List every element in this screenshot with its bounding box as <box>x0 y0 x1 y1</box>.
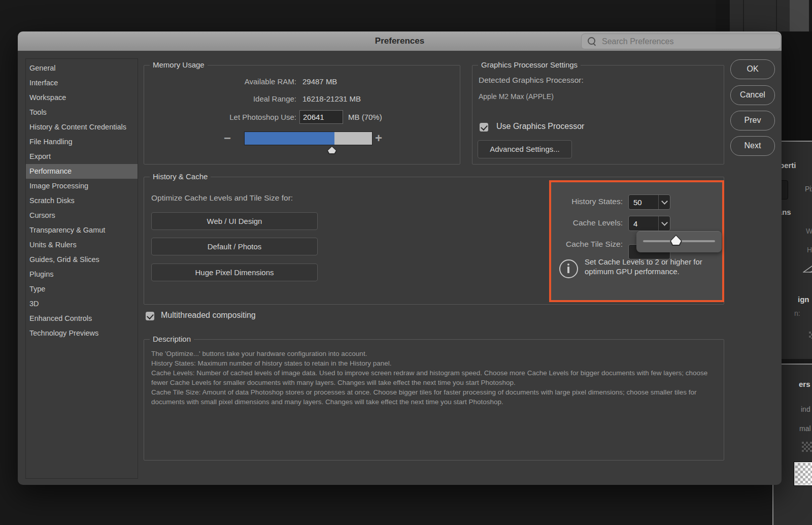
sidebar-item-history-content-credentials[interactable]: History & Content Credentials <box>26 120 138 135</box>
properties-panel-title: berti <box>780 161 796 170</box>
ideal-range-value: 16218-21231 MB <box>302 93 361 105</box>
align-icon[interactable] <box>809 332 812 339</box>
description-group: Description The 'Optimize...' buttons ta… <box>144 339 724 461</box>
panel-divider <box>743 0 744 31</box>
angle-icon[interactable] <box>803 265 812 273</box>
gpu-tip-line2: optimum GPU performance. <box>585 267 680 276</box>
use-gpu-checkbox[interactable] <box>480 123 488 132</box>
sidebar-item-technology-previews[interactable]: Technology Previews <box>26 326 138 341</box>
sidebar-item-interface[interactable]: Interface <box>26 76 138 90</box>
sidebar-item-cursors[interactable]: Cursors <box>26 208 138 223</box>
gpu-tip-line1: Set Cache Levels to 2 or higher for <box>585 257 702 266</box>
kind-label: ind <box>801 405 810 413</box>
optimize-web-ui-button[interactable]: Web / UI Design <box>151 212 318 230</box>
gpu-settings-group: Graphics Processor Settings Detected Gra… <box>472 65 724 165</box>
sidebar-item-tools[interactable]: Tools <box>26 105 138 120</box>
cache-tile-slider-thumb[interactable] <box>670 235 682 246</box>
sidebar-item-general[interactable]: General <box>26 61 138 76</box>
gpu-group-title: Graphics Processor Settings <box>478 60 581 69</box>
memory-increase-button[interactable]: + <box>375 132 382 144</box>
memory-slider-fill <box>245 132 334 145</box>
description-line: Cache Tile Size: Amount of data Photosho… <box>151 387 716 407</box>
cancel-button[interactable]: Cancel <box>730 85 775 105</box>
description-text: The 'Optimize...' buttons take your hard… <box>151 349 716 407</box>
chevron-down-icon <box>661 198 668 205</box>
sidebar-item-performance[interactable]: Performance <box>26 164 138 179</box>
canvas-area <box>782 31 812 141</box>
history-states-label: History States: <box>551 194 623 209</box>
sidebar-item-export[interactable]: Export <box>26 149 138 164</box>
unit-label: Pix <box>805 185 812 193</box>
memory-suffix: MB (70%) <box>348 110 382 124</box>
description-line: History States: Maximum number of histor… <box>151 358 716 368</box>
memory-usage-group: Memory Usage Available RAM: 29487 MB Ide… <box>144 65 460 165</box>
prev-button[interactable]: Prev <box>730 111 775 130</box>
sidebar-item-image-processing[interactable]: Image Processing <box>26 179 138 193</box>
history-states-dropdown[interactable]: 50 <box>628 194 670 210</box>
detected-gpu-label: Detected Graphics Processor: <box>479 76 584 85</box>
preferences-dialog: Preferences General Interface Workspace … <box>18 31 782 485</box>
toolbar-strip <box>790 0 809 31</box>
sidebar-item-type[interactable]: Type <box>26 282 138 297</box>
sidebar-item-transparency-gamut[interactable]: Transparency & Gamut <box>26 223 138 238</box>
let-photoshop-use-label: Let Photoshop Use: <box>144 110 296 124</box>
memory-slider-track[interactable] <box>244 132 373 145</box>
ok-button[interactable]: OK <box>730 59 775 79</box>
annotation-highlight-rect: History States: 50 Cache Levels: 4 Cache… <box>549 180 724 302</box>
history-cache-group-title: History & Cache <box>150 172 211 181</box>
dialog-titlebar[interactable]: Preferences <box>18 31 782 51</box>
optimize-default-photos-button[interactable]: Default / Photos <box>151 238 318 255</box>
ideal-range-label: Ideal Range: <box>144 93 296 105</box>
sidebar-item-plugins[interactable]: Plugins <box>26 267 138 282</box>
sidebar-item-enhanced-controls[interactable]: Enhanced Controls <box>26 311 138 326</box>
detected-gpu-value: Apple M2 Max (APPLE) <box>479 92 554 101</box>
sidebar-item-workspace[interactable]: Workspace <box>26 90 138 105</box>
sidebar-item-scratch-disks[interactable]: Scratch Disks <box>26 193 138 208</box>
blend-mode-label: mal <box>799 424 811 433</box>
chevron-down-icon <box>661 219 668 226</box>
sidebar-item-guides-grid-slices[interactable]: Guides, Grid & Slices <box>26 252 138 267</box>
distribute-label: n: <box>794 309 800 317</box>
memory-slider-thumb[interactable] <box>327 146 337 154</box>
memory-amount-input[interactable] <box>299 110 343 124</box>
check-icon <box>147 312 154 319</box>
dropdown-arrow-button[interactable] <box>658 195 670 209</box>
multithreaded-checkbox[interactable] <box>146 312 154 320</box>
memory-usage-group-title: Memory Usage <box>150 60 208 69</box>
cache-levels-value: 4 <box>629 219 658 228</box>
optimize-huge-pixel-button[interactable]: Huge Pixel Dimensions <box>151 264 318 281</box>
sidebar-item-units-rulers[interactable]: Units & Rulers <box>26 238 138 252</box>
advanced-settings-button[interactable]: Advanced Settings... <box>478 140 572 158</box>
cache-levels-dropdown[interactable]: 4 <box>628 216 670 231</box>
dropdown-arrow-button[interactable] <box>658 216 670 231</box>
search-input[interactable] <box>601 37 781 47</box>
sidebar-item-file-handling[interactable]: File Handling <box>26 135 138 149</box>
transparency-lock-icon[interactable] <box>802 442 812 452</box>
align-section-title: ign <box>798 295 809 304</box>
cache-tile-size-slider-popup <box>636 231 722 252</box>
use-gpu-label: Use Graphics Processor <box>496 122 584 131</box>
available-ram-value: 29487 MB <box>302 76 337 88</box>
layer-thumbnail[interactable] <box>794 462 812 485</box>
multithreaded-label: Multithreaded compositing <box>161 311 256 320</box>
cache-tile-size-label: Cache Tile Size: <box>546 237 623 251</box>
memory-decrease-button[interactable]: − <box>224 132 231 144</box>
next-button[interactable]: Next <box>730 136 775 156</box>
panel-divider <box>776 0 777 31</box>
preferences-sidebar: General Interface Workspace Tools Histor… <box>25 58 138 479</box>
history-states-value: 50 <box>629 198 658 207</box>
canvas-gap <box>716 0 730 31</box>
background-panel-strip <box>730 0 790 31</box>
height-label: H <box>807 246 812 254</box>
description-line: The 'Optimize...' buttons take your hard… <box>151 349 716 358</box>
search-field[interactable] <box>581 34 781 49</box>
optimize-label: Optimize Cache Levels and Tile Size for: <box>151 193 293 203</box>
search-icon <box>588 37 597 46</box>
description-line: Cache Levels: Number of cached levels of… <box>151 368 716 387</box>
info-icon <box>559 259 578 278</box>
sidebar-item-3d[interactable]: 3D <box>26 297 138 311</box>
description-group-title: Description <box>150 335 194 343</box>
photoshop-screen: berti Pix rans W H ign n: ers ind mal Pr… <box>0 0 812 525</box>
available-ram-label: Available RAM: <box>144 76 296 88</box>
width-label: W <box>806 227 812 235</box>
